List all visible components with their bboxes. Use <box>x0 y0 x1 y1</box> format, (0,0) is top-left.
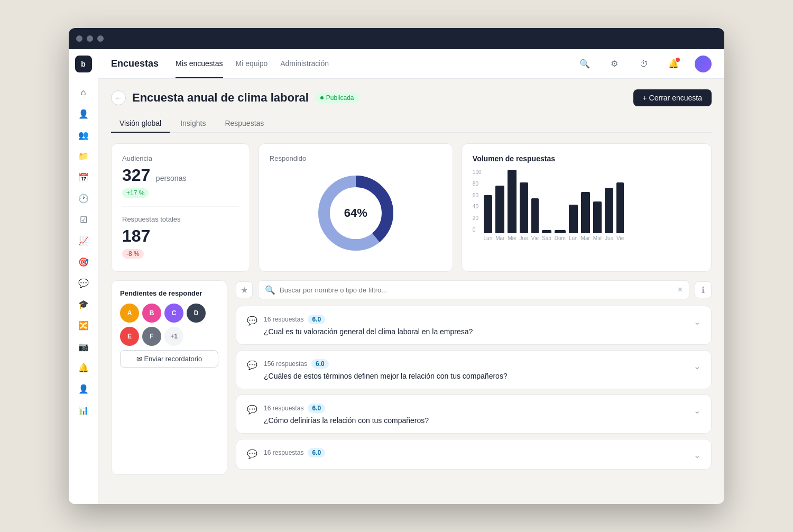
question-text-1: ¿Cual es tu valoración general del clima… <box>264 327 687 336</box>
sidebar-icon-chat[interactable]: 💬 <box>74 273 93 292</box>
settings-icon-btn[interactable]: ⚙ <box>606 56 623 72</box>
bar-label-6: Dom <box>555 235 566 241</box>
page-title: Encuesta anual de clima laboral <box>132 91 309 105</box>
sidebar-icon-home[interactable]: ⌂ <box>74 83 93 102</box>
bar-7 <box>569 205 578 233</box>
timer-icon-btn[interactable]: ⏱ <box>635 56 652 72</box>
back-button[interactable]: ← <box>111 90 126 105</box>
expand-btn-4[interactable]: ⌄ <box>694 450 700 460</box>
sidebar-icon-profile[interactable]: 👤 <box>74 379 93 398</box>
resp-count-4: 16 respuestas <box>264 449 303 456</box>
sidebar-icon-bell[interactable]: 🔔 <box>74 358 93 377</box>
chat-icon-4: 💬 <box>247 449 257 459</box>
app-title: Encuestas <box>111 58 159 69</box>
sidebar-icon-team[interactable]: 👥 <box>74 125 93 144</box>
bar-col-9: Mié <box>593 201 602 241</box>
bar-col-6: Dom <box>555 230 566 241</box>
notification-icon-btn[interactable]: 🔔 <box>665 56 682 72</box>
bar-col-11: Vie <box>616 182 624 241</box>
info-button[interactable]: ℹ <box>695 281 712 298</box>
sidebar-icon-camera[interactable]: 📷 <box>74 337 93 356</box>
title-bar <box>69 28 724 49</box>
resp-count-3: 16 respuestas <box>264 405 303 412</box>
bar-chart: LunMarMiéJueVieSábDomLunMarMiéJueVie <box>484 169 624 243</box>
subtab-respuestas[interactable]: Respuestas <box>216 115 272 133</box>
score-badge-4: 6.0 <box>308 448 325 457</box>
bottom-area: Pendientes de responder A B C D E F +1 <box>111 280 712 475</box>
sidebar-icon-check[interactable]: ☑ <box>74 210 93 229</box>
pending-avatar-4: D <box>187 304 206 323</box>
y-axis-labels: 100 80 60 40 20 0 <box>473 169 482 243</box>
search-icon: 🔍 <box>265 285 275 295</box>
question-meta-2: 156 respuestas 6.0 <box>264 359 687 369</box>
pending-avatar-5: E <box>120 327 139 346</box>
nav-tab-mis-encuestas[interactable]: Mis encuestas <box>176 50 223 78</box>
more-badge: +1 <box>164 327 183 346</box>
search-icon-btn[interactable]: 🔍 <box>576 56 593 72</box>
bar-col-1: Mar <box>495 186 504 241</box>
clear-search-icon[interactable]: × <box>678 285 683 295</box>
window-dot-red <box>76 35 82 42</box>
score-badge-3: 6.0 <box>308 403 325 413</box>
expand-btn-1[interactable]: ⌄ <box>694 317 700 327</box>
user-avatar[interactable] <box>695 56 712 72</box>
close-survey-button[interactable]: + Cerrar encuesta <box>633 89 712 106</box>
donut-wrap: 64% <box>313 171 398 255</box>
bar-label-4: Vie <box>531 235 539 241</box>
subtab-insights[interactable]: Insights <box>172 115 214 133</box>
pending-avatar-2: B <box>142 304 161 323</box>
nav-tab-administracion[interactable]: Administración <box>280 50 329 78</box>
total-resp-value: 187 <box>122 226 239 246</box>
question-card-1: 💬 16 respuestas 6.0 ¿Cual es tu valoraci… <box>236 306 712 345</box>
remind-button[interactable]: ✉ Enviar recordatorio <box>120 350 218 368</box>
sidebar-icon-edu[interactable]: 🎓 <box>74 295 93 314</box>
pending-avatar-3: C <box>164 304 183 323</box>
bar-label-11: Vie <box>616 235 624 241</box>
bar-0 <box>484 195 493 233</box>
volume-chart-card: Volumen de respuestas 100 80 60 40 20 0 <box>462 143 712 272</box>
bar-col-7: Lun <box>569 205 578 241</box>
resp-count-2: 156 respuestas <box>264 360 307 368</box>
search-input[interactable] <box>280 286 674 294</box>
bar-6 <box>555 230 566 233</box>
bar-label-1: Mar <box>495 235 504 241</box>
sidebar-icon-shuffle[interactable]: 🔀 <box>74 316 93 335</box>
sidebar-icon-folder[interactable]: 📁 <box>74 146 93 166</box>
top-nav: Encuestas Mis encuestas Mi equipo Admini… <box>98 49 724 79</box>
sidebar-icon-target[interactable]: 🎯 <box>74 252 93 271</box>
audience-value-row: 327 personas <box>122 166 239 185</box>
question-text-2: ¿Cuáles de estos términos definen mejor … <box>264 372 687 380</box>
bar-4 <box>531 198 539 233</box>
sidebar-icon-clock[interactable]: 🕐 <box>74 189 93 208</box>
sidebar-icon-calendar[interactable]: 📅 <box>74 168 93 187</box>
bar-label-8: Mar <box>581 235 590 241</box>
bar-1 <box>495 186 504 233</box>
donut-center-label: 64% <box>344 206 367 220</box>
dashboard-grid: Audiencia 327 personas +17 % Respuestas … <box>111 143 712 272</box>
sidebar-icon-stats[interactable]: 📊 <box>74 400 93 419</box>
question-content-3: 16 respuestas 6.0 ¿Cómo definirías la re… <box>264 403 687 425</box>
subtab-vision-global[interactable]: Visión global <box>111 115 170 133</box>
sidebar-icon-user[interactable]: 👤 <box>74 104 93 123</box>
bar-col-3: Jue <box>520 182 528 241</box>
bar-col-8: Mar <box>581 192 590 241</box>
bar-label-7: Lun <box>569 235 578 241</box>
chat-icon-2: 💬 <box>247 360 257 370</box>
audience-badge: +17 % <box>122 188 149 198</box>
bar-col-10: Jue <box>605 188 613 241</box>
page-header: ← Encuesta anual de clima laboral Public… <box>111 89 712 106</box>
app-layout: b ⌂ 👤 👥 📁 📅 🕐 ☑ 📈 🎯 💬 🎓 🔀 📷 🔔 👤 📊 Encues… <box>69 49 724 504</box>
audience-label: Audiencia <box>122 154 239 162</box>
total-resp-label: Respuestas totales <box>122 215 239 223</box>
expand-btn-3[interactable]: ⌄ <box>694 406 700 416</box>
bar-10 <box>605 188 613 233</box>
bar-label-3: Jue <box>520 235 528 241</box>
nav-tab-mi-equipo[interactable]: Mi equipo <box>236 50 268 78</box>
bar-label-5: Sáb <box>542 235 551 241</box>
bar-col-0: Lun <box>484 195 493 241</box>
sidebar-icon-chart[interactable]: 📈 <box>74 231 93 250</box>
star-filter-button[interactable]: ★ <box>236 281 253 298</box>
sidebar-logo: b <box>75 56 92 72</box>
question-meta-4: 16 respuestas 6.0 <box>264 448 687 457</box>
expand-btn-2[interactable]: ⌄ <box>694 361 700 371</box>
